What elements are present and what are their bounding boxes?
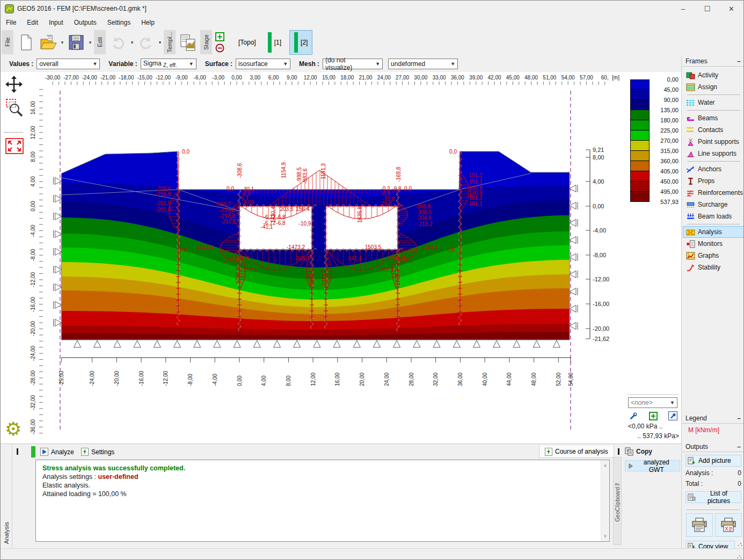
sidebar-item-graphs[interactable]: Graphs (683, 250, 744, 261)
splitter-handle[interactable] (618, 448, 619, 455)
svg-text:39,00: 39,00 (469, 75, 483, 81)
list-of-pictures-button[interactable]: List of pictures (685, 491, 741, 503)
values-select[interactable]: overall▼ (37, 59, 100, 69)
analysis-tab[interactable]: Analysis (1, 444, 12, 548)
sidebar-item-activity[interactable]: Activity (683, 69, 744, 81)
sidebar-item-assign[interactable]: Assign (683, 81, 744, 93)
svg-text:-169,8: -169,8 (396, 166, 402, 182)
menu-item-file[interactable]: File (1, 18, 21, 27)
scale-settings-wrench-icon[interactable] (629, 412, 638, 420)
stage-group-button[interactable]: Stage (200, 30, 212, 54)
course-of-analysis-button[interactable]: Course of analysis (539, 446, 614, 458)
add-picture-icon (688, 457, 696, 465)
cross-section-canvas[interactable]: -30,00-27,00-24,00-21,00-18,00-15,00-12,… (27, 72, 626, 443)
edit-group-button[interactable]: Edit (94, 30, 106, 54)
sidebar-item-anchors[interactable]: Anchors (683, 163, 744, 175)
menu-item-outputs[interactable]: Outputs (69, 18, 102, 27)
svg-text:-16,00: -16,00 (138, 370, 144, 386)
outputs-collapse-button[interactable]: – (737, 443, 741, 450)
remove-stage-button[interactable] (215, 43, 224, 53)
stage-1-button[interactable]: [1] (264, 31, 286, 54)
svg-text:16,00: 16,00 (334, 373, 340, 386)
svg-text:-8,00: -8,00 (593, 252, 606, 258)
pictures-button[interactable] (177, 30, 199, 55)
sidebar-item-contacts[interactable]: Contacts (683, 124, 744, 136)
analyze-button[interactable]: Analyze (38, 446, 76, 457)
sidebar-item-props[interactable]: Props (683, 175, 744, 187)
svg-text:0,0: 0,0 (451, 318, 459, 324)
print-button[interactable] (686, 513, 713, 537)
add-range-icon[interactable] (649, 412, 658, 420)
scroll-down-icon[interactable]: ∨ (603, 532, 607, 540)
add-picture-button[interactable]: Add picture (685, 455, 741, 467)
color-scale-value: 495,00 (651, 188, 679, 195)
menu-item-input[interactable]: Input (43, 18, 69, 27)
sidebar-item-reinforcements[interactable]: Reinforcements (683, 187, 744, 199)
edit-scale-wrench-icon[interactable] (668, 411, 677, 420)
splitter-handle[interactable] (17, 448, 18, 455)
svg-text:36,00: 36,00 (451, 75, 464, 81)
surface-select[interactable]: isosurface▼ (236, 59, 290, 69)
redo-button[interactable] (135, 30, 157, 55)
redo-dropdown-arrow[interactable]: ▾ (157, 40, 163, 45)
fit-view-icon[interactable] (5, 137, 24, 156)
sidebar-item-line-supports[interactable]: Line supports (683, 148, 744, 159)
open-dropdown-arrow[interactable]: ▾ (60, 40, 65, 45)
stage-topo-button[interactable]: [Topo] (234, 31, 260, 54)
svg-text:304,6: 304,6 (418, 215, 431, 221)
analysis-settings-button[interactable]: Settings (79, 446, 116, 457)
svg-text:-6,00: -6,00 (194, 75, 206, 81)
open-file-button[interactable] (37, 30, 60, 55)
minimize-button[interactable]: – (671, 1, 695, 17)
sidebar-item-label: Analysis (698, 228, 722, 236)
svg-text:-30,00: -30,00 (45, 75, 61, 81)
print-preview-button[interactable] (715, 513, 742, 537)
resize-grip[interactable] (736, 554, 742, 559)
templates-group-button[interactable]: Templ... (164, 30, 176, 54)
sidebar-item-analysis[interactable]: Analysis (683, 226, 744, 238)
isosurface-preset-select[interactable]: <none>▼ (628, 397, 677, 408)
undo-dropdown-arrow[interactable]: ▾ (129, 40, 135, 45)
menu-item-edit[interactable]: Edit (21, 18, 43, 27)
save-dropdown-arrow[interactable]: ▾ (87, 40, 93, 45)
new-file-button[interactable] (14, 30, 37, 55)
save-button[interactable] (65, 30, 87, 55)
resize-grip[interactable] (738, 541, 743, 547)
add-stage-button[interactable] (215, 32, 224, 41)
variable-select[interactable]: Sigma Z, eff.▼ (141, 59, 196, 69)
mesh-select[interactable]: (do not visualize)▼ (323, 59, 383, 69)
legend-collapse-button[interactable]: – (737, 414, 741, 422)
sidebar-item-monitors[interactable]: Monitors (683, 238, 744, 250)
pan-tool-icon[interactable] (5, 75, 23, 95)
svg-text:1191,3: 1191,3 (320, 163, 326, 179)
svg-text:-29,00: -29,00 (59, 370, 64, 386)
activity-icon (686, 71, 695, 80)
legend-panel-header: Legend – (682, 413, 744, 424)
file-group-button[interactable]: File (2, 30, 13, 54)
log-scrollbar[interactable]: ∧ ∨ (601, 460, 609, 541)
sidebar-item-beams[interactable]: Beams (683, 112, 744, 124)
sidebar-item-water[interactable]: Water (683, 97, 744, 108)
legend-entry: M [kNm/m] (688, 426, 719, 434)
menu-item-help[interactable]: Help (136, 18, 160, 27)
sidebar-item-stability[interactable]: Stability (683, 261, 744, 273)
settings-gear-icon[interactable]: ⚙ (5, 419, 21, 438)
menu-item-settings[interactable]: Settings (102, 18, 136, 27)
menu-bar: FileEditInputOutputsSettingsHelp (1, 17, 743, 28)
scroll-up-icon[interactable]: ∧ (603, 461, 607, 470)
zoom-window-icon[interactable] (5, 98, 24, 121)
analyzed-gwt-button[interactable]: analyzed GWT (625, 460, 680, 471)
color-scale-value: 537,93 (651, 199, 679, 205)
svg-text:-24,00: -24,00 (82, 75, 98, 81)
stage-2-button[interactable]: [2] (290, 31, 312, 54)
sidebar-item-beam-loads[interactable]: Beam loads (683, 210, 744, 222)
undo-button[interactable] (107, 30, 129, 55)
color-scale-band (630, 120, 650, 130)
sidebar-item-point-supports[interactable]: Point supports (683, 136, 744, 148)
close-button[interactable]: ✕ (719, 1, 743, 17)
sidebar-item-surcharge[interactable]: Surcharge (683, 199, 744, 210)
svg-text:-41,1: -41,1 (261, 224, 273, 230)
frames-collapse-button[interactable]: – (737, 57, 741, 65)
maximize-button[interactable]: ☐ (695, 1, 719, 17)
deformation-select[interactable]: undeformed▼ (388, 59, 458, 69)
